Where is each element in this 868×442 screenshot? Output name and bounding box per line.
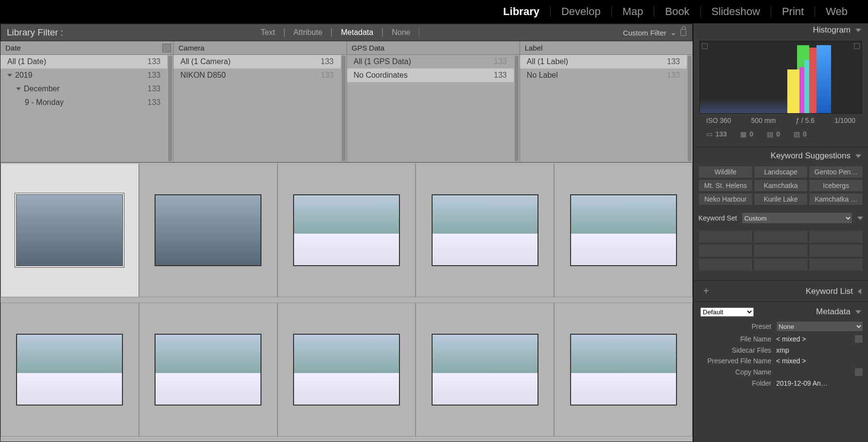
grid-cell[interactable] xyxy=(0,303,139,437)
thumbnail[interactable] xyxy=(16,334,123,406)
grid-cell[interactable] xyxy=(554,163,693,297)
filter-tab-attribute[interactable]: Attribute xyxy=(284,28,332,37)
thumbnail[interactable] xyxy=(570,194,677,266)
filter-tabs: TextAttributeMetadataNone xyxy=(252,28,420,37)
keyword-suggestions-header[interactable]: Keyword Suggestions xyxy=(694,149,868,163)
custom-filter-dropdown[interactable]: Custom Filter ⌄ xyxy=(608,28,686,37)
filter-tab-text[interactable]: Text xyxy=(252,28,284,37)
filter-row[interactable]: All (1 GPS Data)133 xyxy=(347,55,514,68)
filter-row[interactable]: No Label133 xyxy=(520,68,687,82)
module-tab-book[interactable]: Book xyxy=(654,6,700,17)
thumbnail[interactable] xyxy=(155,334,261,406)
metadata-value[interactable]: < mixed > xyxy=(776,357,863,365)
module-picker: LibraryDevelopMapBookSlideshowPrintWeb xyxy=(0,0,868,23)
grid-cell[interactable] xyxy=(416,303,554,437)
filter-column-date: DateAll (1 Date)1332019133December1339 -… xyxy=(0,41,174,162)
keyword-suggestion[interactable]: Gentoo Pen… xyxy=(809,166,863,178)
metadata-value[interactable]: xmp xyxy=(776,346,863,354)
module-tab-web[interactable]: Web xyxy=(815,6,858,17)
metadata-field-sidecar-files: Sidecar Filesxmp xyxy=(698,345,863,356)
scrollbar[interactable] xyxy=(515,56,519,161)
keyword-suggestion[interactable]: Kurile Lake xyxy=(754,193,808,205)
chevron-down-icon xyxy=(855,310,861,314)
filter-row[interactable]: All (1 Label)133 xyxy=(520,55,687,68)
thumbnail[interactable] xyxy=(293,194,400,266)
filter-row[interactable]: All (1 Camera)133 xyxy=(174,55,340,68)
filter-row[interactable]: December133 xyxy=(0,82,167,96)
keyword-suggestion[interactable]: Landscape xyxy=(754,166,808,178)
highlight-clip-icon[interactable] xyxy=(854,43,860,49)
chevron-down-icon xyxy=(855,154,861,158)
disclosure-triangle-icon[interactable] xyxy=(16,87,21,90)
chevron-down-icon xyxy=(857,217,863,220)
metadata-action-button[interactable] xyxy=(854,335,863,343)
filter-tab-none[interactable]: None xyxy=(382,28,419,37)
module-tab-library[interactable]: Library xyxy=(492,6,551,17)
keyword-list-header[interactable]: + Keyword List xyxy=(694,283,868,300)
module-tab-map[interactable]: Map xyxy=(612,6,655,17)
keyword-suggestion[interactable]: Icebergs xyxy=(809,179,863,192)
keyword-suggestion[interactable]: Kamchatka xyxy=(754,179,808,192)
library-filter-bar: Library Filter : TextAttributeMetadataNo… xyxy=(0,24,693,41)
thumbnail[interactable] xyxy=(432,334,538,406)
add-keyword-button[interactable]: + xyxy=(700,286,709,297)
chevron-left-icon xyxy=(858,289,861,294)
grid-cell[interactable] xyxy=(554,303,693,437)
filter-column-header[interactable]: Date xyxy=(0,41,173,55)
module-tab-slideshow[interactable]: Slideshow xyxy=(701,6,771,17)
keyword-set-row: Keyword Set Custom xyxy=(694,208,868,228)
keyword-set-select[interactable]: Custom xyxy=(742,212,852,224)
grid-cell[interactable] xyxy=(139,163,278,297)
photo-counts: ▭ 133 ▦ 0 ▤ 0 ▧ 0 xyxy=(699,127,862,141)
module-tab-print[interactable]: Print xyxy=(771,6,815,17)
metadata-action-button[interactable] xyxy=(854,368,863,376)
grid-cell[interactable] xyxy=(278,303,416,437)
grid-cell[interactable] xyxy=(139,303,278,437)
filter-row[interactable]: 9 - Monday133 xyxy=(0,96,167,109)
thumbnail[interactable] xyxy=(293,334,400,406)
lock-icon[interactable] xyxy=(680,29,686,36)
metadata-fields: Preset None File Name< mixed >Sidecar Fi… xyxy=(694,320,868,389)
grid-cell[interactable] xyxy=(278,163,416,297)
thumbnail[interactable] xyxy=(570,334,677,406)
thumbnail[interactable] xyxy=(16,194,123,266)
keyword-suggestion[interactable]: Mt. St. Helens xyxy=(698,179,753,192)
metadata-panel-header[interactable]: Default Metadata xyxy=(694,304,868,320)
keyword-suggestion[interactable]: Neko Harbour xyxy=(698,193,753,205)
metadata-view-select[interactable]: Default xyxy=(700,307,754,317)
metadata-field-copy-name: Copy Name xyxy=(698,366,863,378)
metadata-preset-select[interactable]: None xyxy=(776,321,863,332)
module-tab-develop[interactable]: Develop xyxy=(551,6,612,17)
filter-tab-metadata[interactable]: Metadata xyxy=(331,28,382,37)
thumbnail[interactable] xyxy=(155,194,261,266)
filter-row[interactable]: All (1 Date)133 xyxy=(0,55,167,68)
metadata-field-preserved-file-name: Preserved File Name< mixed > xyxy=(698,356,863,366)
chevron-down-icon xyxy=(855,29,861,32)
filter-column-header[interactable]: Camera xyxy=(174,41,346,55)
histogram-header[interactable]: Histogram xyxy=(694,23,868,37)
exif-summary: ISO 360 500 mm ƒ / 5.6 1/1000 xyxy=(699,114,862,127)
metadata-value[interactable]: 2019-12-09 An… xyxy=(776,379,863,387)
filter-row[interactable]: No Coordinates133 xyxy=(347,68,514,82)
scrollbar[interactable] xyxy=(168,56,172,161)
filter-column-header[interactable]: GPS Data xyxy=(347,41,520,55)
filter-row[interactable]: NIKON D850133 xyxy=(174,68,340,82)
filter-column-camera: CameraAll (1 Camera)133NIKON D850133 xyxy=(174,41,347,162)
column-menu-button[interactable] xyxy=(162,44,171,52)
histogram-display xyxy=(699,41,862,114)
keyword-suggestion[interactable]: Wildlife xyxy=(698,166,753,178)
metadata-field-folder: Folder2019-12-09 An… xyxy=(698,378,863,389)
keyword-set-grid xyxy=(698,230,863,272)
grid-cell[interactable] xyxy=(0,163,139,297)
scrollbar[interactable] xyxy=(688,56,692,161)
metadata-value[interactable]: < mixed > xyxy=(776,335,851,343)
thumbnail[interactable] xyxy=(432,194,538,266)
grid-cell[interactable] xyxy=(416,163,554,297)
disclosure-triangle-icon[interactable] xyxy=(7,74,12,77)
keyword-suggestion[interactable]: Kamchatka … xyxy=(809,193,863,205)
filter-row[interactable]: 2019133 xyxy=(0,68,167,82)
thumbnail-grid[interactable] xyxy=(0,163,693,442)
shadow-clip-icon[interactable] xyxy=(702,43,708,49)
filter-column-header[interactable]: Label xyxy=(520,41,693,55)
scrollbar[interactable] xyxy=(342,56,346,161)
